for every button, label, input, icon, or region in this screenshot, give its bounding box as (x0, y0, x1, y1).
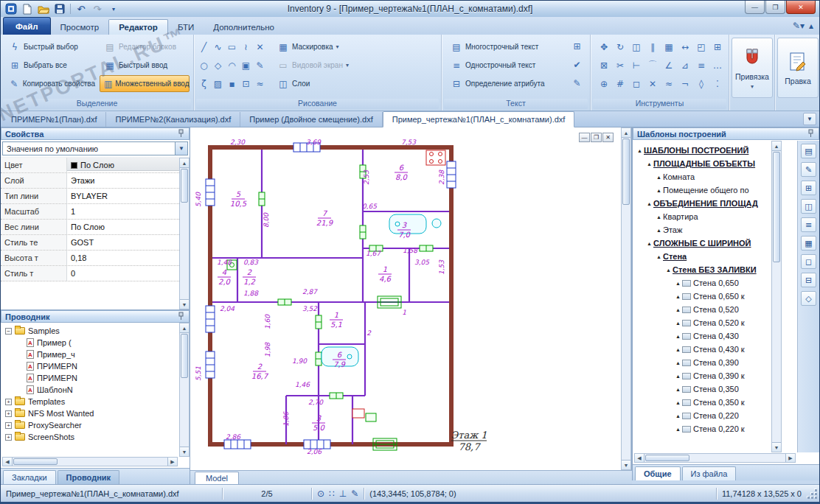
chevron-down-icon[interactable]: ▼ (175, 142, 187, 155)
multi-input-button[interactable]: ▥Множественный ввод (100, 75, 190, 92)
template-edit-icon[interactable]: ✎ (801, 162, 816, 177)
expander-icon[interactable]: − (5, 328, 12, 335)
template-layers-icon[interactable]: ◫ (801, 199, 816, 214)
tree-item[interactable]: +ProxySearcher (1, 419, 179, 431)
scrollbar-thumb[interactable] (13, 458, 58, 465)
doc-tab[interactable]: Пример (Двойное смещение).dxf (240, 112, 382, 127)
tree-item[interactable]: AПример_ч (1, 349, 179, 360)
viewport-button[interactable]: ▭Видовой экран▾ (273, 57, 353, 74)
template-item[interactable]: ▲Помещение общего по (633, 183, 771, 197)
scroll-right-icon[interactable]: ▶ (785, 454, 795, 462)
expander-icon[interactable]: + (5, 410, 12, 417)
chevron-down-icon[interactable]: ▾ (346, 62, 349, 69)
quick-select-button[interactable]: ϟБыстрый выбор (4, 38, 100, 55)
explorer-panel-header[interactable]: Проводник (1, 310, 190, 323)
expander-icon[interactable]: ▲ (636, 148, 644, 153)
template-item[interactable]: ▲Стена 0,650 к (633, 290, 771, 303)
draw-status-icon[interactable]: ✎ (351, 489, 358, 499)
expander-icon[interactable]: ▲ (674, 347, 682, 352)
title-bar[interactable]: Inventory 9 - [Пример_чертежа№1(ПЛАН_с_к… (1, 1, 819, 17)
zoom-status-icon[interactable]: ⊙ (317, 489, 324, 499)
expander-icon[interactable]: ▲ (645, 161, 653, 167)
scroll-up-icon[interactable]: ▲ (622, 128, 630, 138)
open-file-button[interactable] (36, 2, 51, 15)
text-edit-icon[interactable]: ✎ (570, 76, 584, 90)
region-icon[interactable]: ⊡ (239, 77, 253, 91)
save-button[interactable] (52, 2, 67, 15)
expander-icon[interactable]: + (5, 399, 12, 405)
template-preview-icon[interactable]: ▤ (801, 144, 816, 158)
expander-icon[interactable]: ▲ (674, 400, 682, 405)
insert-block-icon[interactable]: ⊕ (597, 77, 611, 91)
property-value[interactable]: 0,18 (67, 251, 179, 265)
mtext-button[interactable]: ▤Многострочный текст (446, 38, 549, 56)
wipeout-icon[interactable]: ≈ (253, 77, 267, 91)
maximize-button[interactable]: ❐ (765, 1, 785, 14)
tab-bti[interactable]: БТИ (168, 19, 204, 35)
measure-tool-icon[interactable]: ⊿ (678, 58, 692, 72)
mdi-minimize-icon[interactable]: — (579, 133, 590, 142)
expander-icon[interactable]: ▲ (655, 228, 663, 233)
doc-tab[interactable]: ПРИМЕР№2(Канализация).dxf (106, 112, 240, 127)
ortho-status-icon[interactable]: ⊥ (339, 489, 347, 499)
close-button[interactable]: ✕ (786, 1, 816, 14)
array-tool-icon[interactable]: ▦ (662, 40, 676, 54)
template-add-icon[interactable]: ⊞ (801, 181, 816, 195)
expander-icon[interactable]: ▲ (655, 188, 663, 193)
mdi-restore-icon[interactable]: ❐ (591, 133, 602, 142)
expander-icon[interactable]: ▲ (655, 175, 663, 180)
expander-icon[interactable]: ▲ (674, 334, 682, 339)
pin-icon[interactable] (177, 312, 185, 322)
scrollbar-thumb[interactable] (773, 152, 780, 262)
template-item[interactable]: ▲Стена 0,220 (633, 409, 771, 422)
xline-icon[interactable]: ✕ (253, 40, 267, 54)
rotate-tool-icon[interactable]: ↻ (614, 40, 628, 54)
expander-icon[interactable]: ▲ (674, 294, 682, 299)
property-value[interactable]: Этажи (67, 173, 179, 188)
tree-item[interactable]: AПРИМЕРN (1, 372, 179, 384)
ellipse-icon[interactable]: ◇ (211, 58, 225, 72)
spline-edit-icon[interactable]: ≈ (662, 77, 676, 91)
expander-icon[interactable]: ▲ (674, 413, 682, 419)
property-preset-select[interactable]: Значения по умолчанию ▼ (2, 141, 188, 155)
templates-scrollbar[interactable]: ▲ ▼ (771, 141, 782, 452)
tab-editor[interactable]: Редактор (108, 19, 168, 35)
polyline-icon[interactable]: ∿ (211, 40, 225, 54)
template-grid-icon[interactable]: ▦ (801, 236, 816, 251)
scrollbar-thumb[interactable] (181, 334, 188, 378)
scrollbar-thumb[interactable] (622, 139, 630, 205)
spell-check-icon[interactable]: ✔ (570, 57, 584, 71)
expander-icon[interactable]: ▲ (674, 427, 682, 432)
scroll-left-icon[interactable]: ◀ (3, 458, 13, 466)
new-file-button[interactable] (20, 2, 35, 15)
scale-tool-icon[interactable]: ◰ (695, 40, 709, 54)
mirror-tool-icon[interactable]: ◫ (630, 40, 644, 54)
grid-status-icon[interactable]: ∷ (329, 489, 335, 499)
tab-general[interactable]: Общие (635, 466, 681, 480)
template-item[interactable]: ▲Стена 0,350 (633, 382, 771, 396)
scroll-up-icon[interactable]: ▲ (772, 141, 781, 151)
single-text-button[interactable]: ≡Однострочный текст (446, 56, 549, 74)
copy-properties-button[interactable]: ✎Копировать свойства (4, 75, 100, 92)
scroll-left-icon[interactable]: ◀ (635, 454, 644, 462)
tree-item[interactable]: AШаблонN (1, 384, 179, 396)
property-value[interactable]: BYLAYER (67, 189, 179, 203)
spline-icon[interactable]: ≀ (239, 40, 253, 54)
resize-grip[interactable] (807, 489, 817, 499)
expander-icon[interactable]: ▲ (674, 387, 682, 392)
explorer-scrollbar[interactable]: ▲ ▼ (179, 323, 190, 457)
expander-icon[interactable]: ▲ (674, 281, 682, 286)
expander-icon[interactable]: ▲ (674, 321, 682, 326)
doc-tab[interactable]: ПРИМЕР№1(План).dxf (2, 112, 106, 127)
offset-tool-icon[interactable]: ∥ (646, 40, 660, 54)
erase-tool-icon[interactable]: ✕ (646, 77, 660, 91)
expander-icon[interactable]: ▲ (655, 254, 663, 259)
property-value[interactable]: По Слою (67, 158, 179, 172)
template-item[interactable]: ▲Стена 0,350 к (633, 396, 771, 409)
options-tool-icon[interactable]: ⁚ (711, 77, 725, 91)
template-item[interactable]: ▲Стена 0,220 к (633, 422, 771, 435)
template-item[interactable]: ▲Стена 0,430 (633, 329, 771, 343)
expander-icon[interactable]: ▲ (645, 201, 653, 206)
edit-button[interactable]: Правка (777, 38, 819, 98)
status-sheet-counter[interactable]: 2/5 (223, 489, 311, 498)
